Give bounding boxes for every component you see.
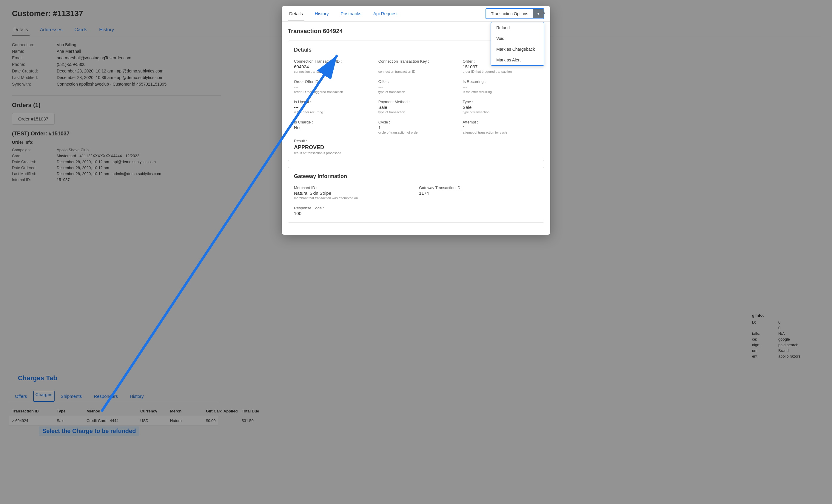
field-conn-tx-id: Connection Transaction ID : 604924 conne… <box>294 59 369 73</box>
field-order-offer-id: Order Offer ID : --- order ID that trigg… <box>294 79 369 94</box>
field-cycle: Cycle : 1 cycle of transaction of order <box>379 120 454 134</box>
gateway-merchant-id: Merchant ID : Natural Skin Stripe mercha… <box>294 186 413 200</box>
gateway-title: Gateway Information <box>294 173 538 179</box>
result-label: Result : <box>294 139 538 143</box>
field-attempt: Attempt : 1 attempt of transaction for c… <box>463 120 538 134</box>
result-value: APPROVED <box>294 144 538 150</box>
field-offer: Offer : --- type of transaction <box>379 79 454 94</box>
modal-tab-postbacks[interactable]: Postbacks <box>339 6 363 21</box>
modal-overlay: × Details History Postbacks Api Request … <box>0 0 832 504</box>
gateway-grid: Merchant ID : Natural Skin Stripe mercha… <box>294 186 538 217</box>
gateway-card: Gateway Information Merchant ID : Natura… <box>288 167 544 223</box>
result-section: Result : APPROVED result of transaction … <box>294 139 538 155</box>
modal-tabs: Details History Postbacks Api Request Tr… <box>282 6 550 22</box>
field-is-recurring: Is Recurring : --- is the offer recurrin… <box>463 79 538 94</box>
modal-close-button[interactable]: × <box>542 9 546 17</box>
gateway-tx-id: Gateway Transaction ID : 1174 <box>419 186 538 200</box>
field-is-charge: Is Charge : No <box>294 120 369 134</box>
dropdown-refund[interactable]: Refund <box>491 22 544 33</box>
transaction-options-button[interactable]: Transaction Options ▼ <box>486 8 544 19</box>
tx-dropdown: Refund Void Mark as Chargeback Mark as A… <box>491 22 544 65</box>
modal-tab-history[interactable]: History <box>313 6 330 21</box>
field-payment-method: Payment Method : Sale type of transactio… <box>379 100 454 114</box>
dropdown-mark-alert[interactable]: Mark as Alert <box>491 55 544 65</box>
background-page: Customer: #113137 Details Addresses Card… <box>0 0 832 504</box>
field-type: Type : Sale type of transaction <box>463 100 538 114</box>
tx-btn-label: Transaction Options <box>486 9 533 19</box>
modal-tab-details[interactable]: Details <box>288 6 304 21</box>
gateway-response-code: Response Code : 100 <box>294 206 413 217</box>
field-is-upsell: Is Upsell : --- is the offer recurring <box>294 100 369 114</box>
dropdown-void[interactable]: Void <box>491 33 544 44</box>
modal: × Details History Postbacks Api Request … <box>282 6 550 235</box>
modal-tab-api-request[interactable]: Api Request <box>372 6 399 21</box>
field-conn-tx-key: Connection Transaction Key : --- connect… <box>379 59 454 73</box>
details-grid: Connection Transaction ID : 604924 conne… <box>294 59 538 134</box>
dropdown-mark-chargeback[interactable]: Mark as Chargeback <box>491 44 544 55</box>
result-desc: result of transaction if processed <box>294 151 538 155</box>
